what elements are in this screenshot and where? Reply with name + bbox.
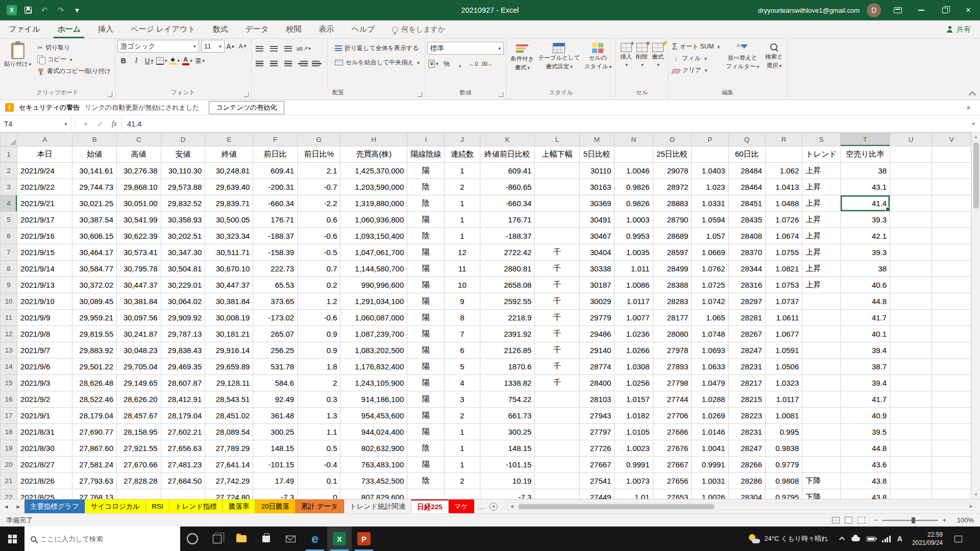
cell-N6[interactable]: 0.9953 (615, 228, 653, 244)
sheet-tab-日経225[interactable]: 日経225 (411, 499, 449, 513)
row-header-21[interactable]: 21 (1, 473, 17, 489)
cell-R1[interactable] (765, 146, 802, 163)
cell-J4[interactable]: 1 (445, 195, 480, 212)
cell-F14[interactable]: 531.78 (253, 359, 298, 375)
cell-L2[interactable] (535, 163, 579, 179)
cell-C15[interactable]: 29,149.65 (117, 375, 161, 391)
cell-I2[interactable]: 陽 (407, 163, 445, 179)
cell-L21[interactable] (535, 473, 579, 489)
column-header-J[interactable]: J (445, 133, 480, 146)
cell-T3[interactable]: 43.1 (840, 179, 890, 195)
zoom-percentage[interactable]: 100% (950, 516, 974, 524)
cell-S2[interactable]: 上昇 (802, 163, 840, 179)
cell-I20[interactable]: 陽 (407, 457, 445, 473)
row-header-10[interactable]: 10 (1, 293, 17, 310)
cell-T11[interactable]: 41.7 (840, 310, 890, 326)
cell-U11[interactable] (890, 310, 932, 326)
cell-I4[interactable]: 陰 (407, 195, 445, 212)
ribbon-display-options-button[interactable] (886, 0, 910, 20)
cell-S1[interactable]: トレンド (802, 146, 840, 163)
cell-Q3[interactable]: 28464 (728, 179, 765, 195)
cell-J17[interactable]: 2 (445, 408, 480, 424)
cell-A7[interactable]: 2021/9/15 (17, 244, 72, 261)
cell-U2[interactable] (890, 163, 932, 179)
cell-B19[interactable]: 27,867.60 (72, 440, 117, 457)
cell-U12[interactable] (890, 326, 932, 342)
conditional-formatting-button[interactable]: 条件付き 書式▾ (508, 40, 536, 72)
cell-J5[interactable]: 1 (445, 212, 480, 228)
cell-T5[interactable]: 39.3 (840, 212, 890, 228)
cell-V12[interactable] (932, 326, 971, 342)
sheet-tab-20日騰落[interactable]: 20日騰落 (255, 499, 296, 513)
cell-O1[interactable]: 25日比較 (653, 146, 692, 163)
row-header-16[interactable]: 16 (1, 391, 17, 408)
cell-P8[interactable]: 1.0762 (692, 261, 728, 277)
cell-P13[interactable]: 1.0693 (692, 342, 728, 359)
cell-G12[interactable]: 0.9 (298, 326, 340, 342)
cell-O7[interactable]: 28597 (653, 244, 692, 261)
cell-D1[interactable]: 安値 (161, 146, 205, 163)
cell-A22[interactable]: 2021/8/25 (17, 489, 72, 499)
cell-B13[interactable]: 29,883.92 (72, 342, 117, 359)
cell-R3[interactable]: 1.0413 (765, 179, 802, 195)
cell-D14[interactable]: 29,469.35 (161, 359, 205, 375)
cell-F1[interactable]: 前日比 (253, 146, 298, 163)
cell-I18[interactable]: 陽 (407, 424, 445, 440)
cell-K12[interactable]: 2391.92 (480, 326, 535, 342)
horizontal-scrollbar[interactable]: ◀ ▶ (507, 503, 976, 510)
cell-B4[interactable]: 30,021.25 (72, 195, 117, 212)
cell-S6[interactable]: 上昇 (802, 228, 840, 244)
cell-R10[interactable]: 1.0737 (765, 293, 802, 310)
font-size-select[interactable]: 11▾ (201, 40, 225, 53)
cell-T22[interactable]: 43.8 (840, 489, 890, 499)
cell-D16[interactable]: 28,412.91 (161, 391, 205, 408)
cell-B21[interactable]: 27,793.63 (72, 473, 117, 489)
cell-P10[interactable]: 1.0742 (692, 293, 728, 310)
cell-C4[interactable]: 30,051.00 (117, 195, 161, 212)
cell-D21[interactable]: 27,684.50 (161, 473, 205, 489)
clear-button[interactable]: クリア▾ (670, 64, 709, 76)
undo-button[interactable]: ↶ (37, 3, 52, 18)
cell-V19[interactable] (932, 440, 971, 457)
cell-V8[interactable] (932, 261, 971, 277)
cell-L3[interactable] (535, 179, 579, 195)
cell-U5[interactable] (890, 212, 932, 228)
cell-S5[interactable]: 上昇 (802, 212, 840, 228)
maximize-button[interactable] (933, 0, 957, 20)
cell-M1[interactable]: 5日比較 (579, 146, 615, 163)
cell-U6[interactable] (890, 228, 932, 244)
cell-T20[interactable]: 43.6 (840, 457, 890, 473)
cell-O3[interactable]: 28972 (653, 179, 692, 195)
cell-T18[interactable]: 39.5 (840, 424, 890, 440)
cell-K17[interactable]: 661.73 (480, 408, 535, 424)
cell-N14[interactable]: 1.0308 (615, 359, 653, 375)
cell-L17[interactable] (535, 408, 579, 424)
cell-H12[interactable]: 1,087,239,700 (340, 326, 407, 342)
cell-H8[interactable]: 1,144,580,700 (340, 261, 407, 277)
cell-O8[interactable]: 28499 (653, 261, 692, 277)
row-header-9[interactable]: 9 (1, 277, 17, 293)
cell-C3[interactable]: 29,868.10 (117, 179, 161, 195)
cell-E3[interactable]: 29,639.40 (205, 179, 253, 195)
row-header-1[interactable]: 1 (1, 146, 17, 163)
cell-S7[interactable]: 上昇 (802, 244, 840, 261)
cell-E9[interactable]: 30,447.37 (205, 277, 253, 293)
cell-N11[interactable]: 1.0077 (615, 310, 653, 326)
cell-Q9[interactable]: 28316 (728, 277, 765, 293)
sort-filter-button[interactable]: 並べ替えと フィルター▾ (724, 40, 761, 71)
cell-J21[interactable]: 2 (445, 473, 480, 489)
cell-G1[interactable]: 前日比% (298, 146, 340, 163)
cell-M18[interactable]: 27797 (579, 424, 615, 440)
cell-B10[interactable]: 30,089.45 (72, 293, 117, 310)
cell-V1[interactable] (932, 146, 971, 163)
cell-J8[interactable]: 11 (445, 261, 480, 277)
cell-I1[interactable]: 陽線陰線 (407, 146, 445, 163)
cell-M6[interactable]: 30467 (579, 228, 615, 244)
cell-P16[interactable]: 1.0288 (692, 391, 728, 408)
cell-O11[interactable]: 28177 (653, 310, 692, 326)
cell-H17[interactable]: 954,453,600 (340, 408, 407, 424)
cell-J12[interactable]: 7 (445, 326, 480, 342)
align-bottom-button[interactable] (282, 42, 295, 55)
cell-L5[interactable] (535, 212, 579, 228)
cell-M20[interactable]: 27667 (579, 457, 615, 473)
